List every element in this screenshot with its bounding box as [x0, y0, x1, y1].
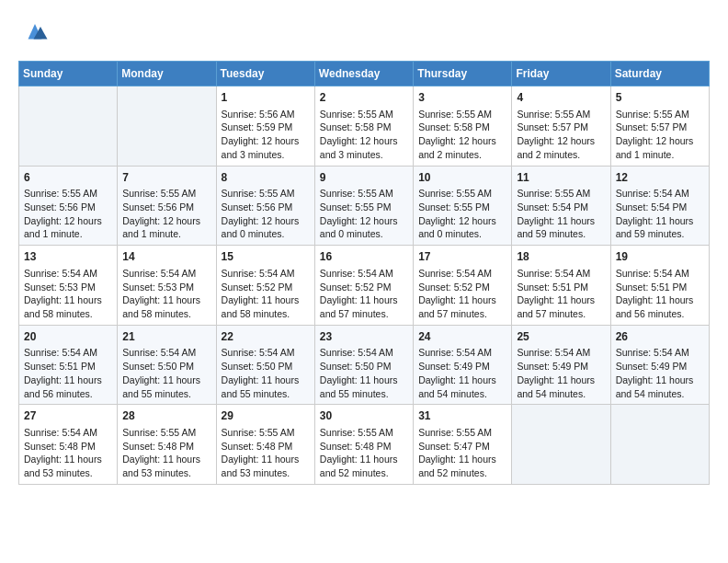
day-number: 25 [517, 329, 605, 345]
cell-info-line: Daylight: 11 hours [122, 453, 210, 466]
cell-info-line: Sunrise: 5:55 AM [517, 108, 605, 121]
cell-info-line: Sunset: 5:59 PM [222, 121, 310, 134]
calendar-cell: 5Sunrise: 5:55 AMSunset: 5:57 PMDaylight… [610, 86, 709, 167]
cell-info-line: Sunrise: 5:54 AM [320, 267, 408, 281]
calendar-cell: 4Sunrise: 5:55 AMSunset: 5:57 PMDaylight… [512, 86, 610, 167]
cell-info-line: Sunset: 5:56 PM [222, 201, 310, 214]
cell-info-line: Sunset: 5:55 PM [418, 201, 506, 214]
day-number: 24 [418, 329, 506, 345]
cell-info-line: Sunset: 5:54 PM [616, 201, 704, 214]
calendar-cell: 21Sunrise: 5:54 AMSunset: 5:50 PMDayligh… [118, 325, 216, 405]
cell-info-line: Daylight: 12 hours [24, 214, 112, 228]
calendar-cell: 9Sunrise: 5:55 AMSunset: 5:55 PMDaylight… [314, 166, 413, 246]
cell-info-line: Daylight: 11 hours [320, 293, 408, 307]
calendar-cell [118, 86, 216, 167]
cell-info-line: Sunset: 5:54 PM [517, 201, 605, 214]
cell-info-line: Sunset: 5:50 PM [122, 360, 210, 373]
cell-info-line: and 55 minutes. [222, 387, 310, 401]
calendar-cell: 28Sunrise: 5:55 AMSunset: 5:48 PMDayligh… [118, 405, 216, 485]
cell-info-line: Daylight: 11 hours [320, 453, 408, 466]
cell-info-line: Sunset: 5:47 PM [418, 440, 506, 454]
cell-info-line: and 54 minutes. [418, 387, 506, 401]
cell-info-line: Sunrise: 5:55 AM [616, 108, 704, 121]
day-number: 11 [517, 170, 605, 186]
cell-info-line: Sunrise: 5:54 AM [24, 346, 112, 360]
day-number: 6 [24, 170, 112, 186]
cell-info-line: Sunrise: 5:55 AM [122, 187, 210, 201]
day-number: 28 [122, 408, 210, 424]
cell-info-line: Sunset: 5:55 PM [320, 201, 408, 214]
cell-info-line: Sunrise: 5:54 AM [616, 346, 704, 360]
cell-info-line: Sunset: 5:48 PM [320, 440, 408, 454]
cell-info-line: Sunset: 5:52 PM [320, 281, 408, 294]
calendar-cell: 1Sunrise: 5:56 AMSunset: 5:59 PMDaylight… [216, 86, 314, 167]
cell-info-line: Sunrise: 5:54 AM [517, 267, 605, 281]
cell-info-line: Daylight: 11 hours [122, 293, 210, 307]
day-number: 8 [222, 170, 310, 186]
cell-info-line: Sunrise: 5:54 AM [24, 426, 112, 440]
cell-info-line: Sunrise: 5:54 AM [320, 346, 408, 360]
calendar-cell: 20Sunrise: 5:54 AMSunset: 5:51 PMDayligh… [19, 325, 118, 405]
cell-info-line: Daylight: 12 hours [418, 134, 506, 148]
cell-info-line: Sunset: 5:57 PM [616, 121, 704, 134]
cell-info-line: Sunrise: 5:55 AM [222, 426, 310, 440]
cell-info-line: Sunrise: 5:54 AM [418, 346, 506, 360]
cell-info-line: Sunset: 5:53 PM [122, 281, 210, 294]
calendar-cell: 26Sunrise: 5:54 AMSunset: 5:49 PMDayligh… [610, 325, 709, 405]
cell-info-line: Sunrise: 5:54 AM [517, 346, 605, 360]
day-number: 21 [122, 329, 210, 345]
calendar-cell: 12Sunrise: 5:54 AMSunset: 5:54 PMDayligh… [610, 166, 709, 246]
cell-info-line: Sunrise: 5:54 AM [616, 187, 704, 201]
cell-info-line: and 52 minutes. [418, 466, 506, 480]
cell-info-line: Daylight: 12 hours [320, 214, 408, 228]
day-number: 14 [122, 249, 210, 265]
cell-info-line: Sunrise: 5:55 AM [418, 108, 506, 121]
cell-info-line: Sunset: 5:49 PM [418, 360, 506, 373]
cell-info-line: Sunset: 5:57 PM [517, 121, 605, 134]
cell-info-line: Sunset: 5:50 PM [222, 360, 310, 373]
cell-info-line: Daylight: 11 hours [616, 214, 704, 228]
day-number: 18 [517, 249, 605, 265]
week-row-5: 27Sunrise: 5:54 AMSunset: 5:48 PMDayligh… [19, 405, 710, 485]
week-row-2: 6Sunrise: 5:55 AMSunset: 5:56 PMDaylight… [19, 166, 710, 246]
day-number: 20 [24, 329, 112, 345]
cell-info-line: and 59 minutes. [517, 227, 605, 241]
day-number: 9 [320, 170, 408, 186]
calendar-cell: 13Sunrise: 5:54 AMSunset: 5:53 PMDayligh… [19, 246, 118, 326]
calendar-cell: 24Sunrise: 5:54 AMSunset: 5:49 PMDayligh… [414, 325, 512, 405]
cell-info-line: Daylight: 11 hours [616, 373, 704, 387]
day-number: 31 [418, 408, 506, 424]
cell-info-line: Daylight: 11 hours [517, 214, 605, 228]
calendar-cell: 15Sunrise: 5:54 AMSunset: 5:52 PMDayligh… [216, 246, 314, 326]
header-row: SundayMondayTuesdayWednesdayThursdayFrid… [19, 62, 710, 86]
cell-info-line: Sunrise: 5:55 AM [222, 187, 310, 201]
cell-info-line: Sunset: 5:52 PM [418, 281, 506, 294]
cell-info-line: Daylight: 11 hours [222, 293, 310, 307]
cell-info-line: Sunset: 5:58 PM [320, 121, 408, 134]
cell-info-line: Sunrise: 5:56 AM [222, 108, 310, 121]
cell-info-line: Daylight: 11 hours [418, 373, 506, 387]
day-number: 3 [418, 90, 506, 106]
calendar-cell: 6Sunrise: 5:55 AMSunset: 5:56 PMDaylight… [19, 166, 118, 246]
calendar-cell: 19Sunrise: 5:54 AMSunset: 5:51 PMDayligh… [610, 246, 709, 326]
cell-info-line: Sunrise: 5:55 AM [320, 426, 408, 440]
calendar-cell: 11Sunrise: 5:55 AMSunset: 5:54 PMDayligh… [512, 166, 610, 246]
cell-info-line: Sunrise: 5:54 AM [222, 346, 310, 360]
cell-info-line: Daylight: 11 hours [517, 373, 605, 387]
cell-info-line: Daylight: 12 hours [122, 214, 210, 228]
cell-info-line: Sunset: 5:49 PM [616, 360, 704, 373]
cell-info-line: Sunrise: 5:55 AM [320, 108, 408, 121]
cell-info-line: Sunset: 5:48 PM [222, 440, 310, 454]
day-number: 23 [320, 329, 408, 345]
calendar-cell: 3Sunrise: 5:55 AMSunset: 5:58 PMDaylight… [414, 86, 512, 167]
day-number: 15 [222, 249, 310, 265]
cell-info-line: Sunset: 5:58 PM [418, 121, 506, 134]
cell-info-line: Sunrise: 5:54 AM [122, 346, 210, 360]
day-number: 27 [24, 408, 112, 424]
cell-info-line: Sunset: 5:52 PM [222, 281, 310, 294]
cell-info-line: and 58 minutes. [222, 307, 310, 321]
cell-info-line: and 1 minute. [24, 227, 112, 241]
cell-info-line: Sunset: 5:51 PM [24, 360, 112, 373]
cell-info-line: and 59 minutes. [616, 227, 704, 241]
logo-icon [21, 18, 49, 46]
